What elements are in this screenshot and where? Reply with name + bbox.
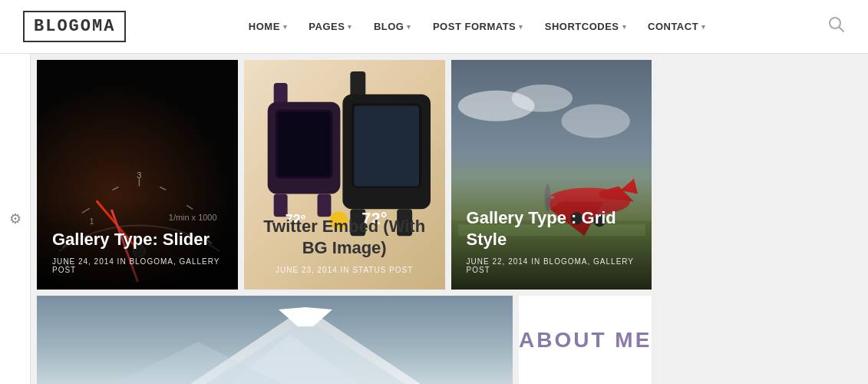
card-meta: JUNE 22, 2014 IN BLOGOMA, GALLERY POST — [467, 257, 637, 274]
chevron-down-icon: ▾ — [701, 23, 706, 31]
logo[interactable]: BLOGOMA — [23, 11, 126, 42]
card-gallery-slider[interactable]: 0 1 3 1/min x 1000 Gallery Type: Slider … — [37, 60, 238, 290]
card-2-overlay: Twitter Embed (With BG Image) JUNE 23, 2… — [244, 185, 445, 290]
about-me-title: ABOUT ME — [519, 328, 652, 353]
card-gallery-grid[interactable]: Gallery Type : Grid Style JUNE 22, 2014 … — [451, 60, 652, 290]
about-me-panel[interactable]: ABOUT ME — [519, 296, 652, 384]
nav-item-home[interactable]: HOME ▾ — [238, 0, 299, 54]
svg-text:3: 3 — [137, 170, 141, 180]
card-meta: JUNE 23, 2014 IN STATUS POST — [259, 266, 430, 274]
svg-point-36 — [561, 104, 630, 138]
card-title: Gallery Type: Slider — [52, 229, 223, 251]
main-content: 0 1 3 1/min x 1000 Gallery Type: Slider … — [31, 54, 658, 384]
nav-item-pages[interactable]: PAGES ▾ — [298, 0, 363, 54]
chevron-down-icon: ▾ — [519, 23, 523, 31]
card-title: Gallery Type : Grid Style — [467, 207, 637, 251]
svg-point-35 — [511, 84, 573, 112]
header: BLOGOMA HOME ▾ PAGES ▾ BLOG ▾ POST FORMA… — [0, 0, 868, 54]
left-sidebar: ⚙ — [0, 54, 31, 384]
nav-item-blog[interactable]: BLOG ▾ — [363, 0, 422, 54]
chevron-down-icon: ▾ — [283, 23, 288, 31]
card-overlay: Gallery Type : Grid Style JUNE 22, 2014 … — [451, 177, 652, 290]
bottom-row: ABOUT ME — [37, 296, 652, 384]
svg-line-1 — [840, 28, 844, 32]
card-overlay: Gallery Type: Slider JUNE 24, 2014 IN BL… — [37, 198, 238, 290]
cards-row: 0 1 3 1/min x 1000 Gallery Type: Slider … — [31, 54, 658, 296]
svg-rect-23 — [277, 112, 330, 177]
mountain-image[interactable] — [37, 296, 513, 384]
card-meta: JUNE 24, 2014 IN BLOGOMA, GALLERY POST — [52, 257, 223, 274]
nav-item-shortcodes[interactable]: SHORTCODES ▾ — [534, 0, 637, 54]
nav-item-post-formats[interactable]: POST FORMATS ▾ — [422, 0, 534, 54]
card-twitter-embed[interactable]: 72° 72° Twitter Embed (With BG Image) JU… — [244, 60, 445, 290]
main-nav: HOME ▾ PAGES ▾ BLOG ▾ POST FORMATS ▾ SHO… — [238, 0, 717, 54]
nav-item-contact[interactable]: CONTACT ▾ — [637, 0, 717, 54]
chevron-down-icon: ▾ — [348, 23, 352, 31]
svg-rect-29 — [354, 106, 419, 187]
search-icon[interactable] — [828, 16, 845, 37]
chevron-down-icon: ▾ — [622, 23, 627, 31]
chevron-down-icon: ▾ — [407, 23, 411, 31]
svg-rect-24 — [350, 71, 365, 98]
gear-icon[interactable]: ⚙ — [9, 210, 21, 227]
card-title: Twitter Embed (With BG Image) — [259, 216, 430, 260]
